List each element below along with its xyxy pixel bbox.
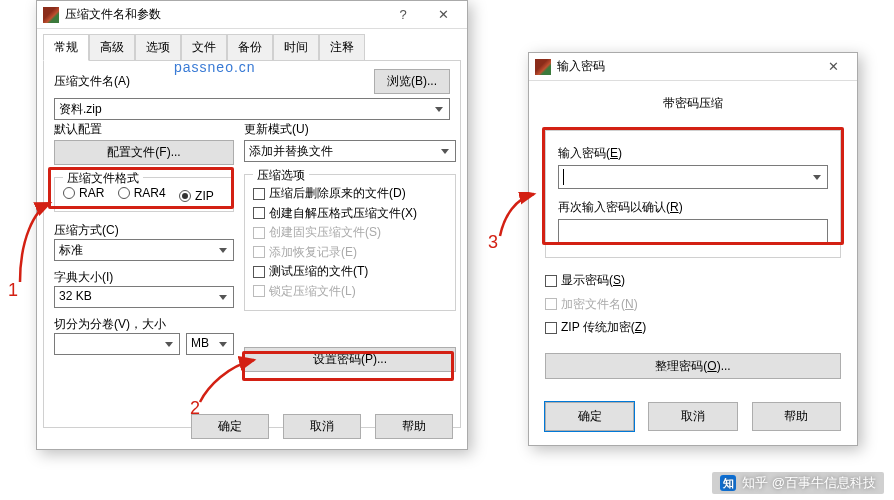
- close-icon[interactable]: ✕: [813, 54, 853, 80]
- zhihu-logo-icon: 知: [720, 475, 736, 491]
- encrypt-filenames-checkbox: 加密文件名(N): [545, 296, 638, 313]
- option-checkbox[interactable]: 创建自解压格式压缩文件(X): [253, 205, 417, 222]
- update-mode-select[interactable]: 添加并替换文件: [244, 140, 456, 162]
- tab-body: passneo.cn 压缩文件名(A) 浏览(B)... 资料.zip 默认配置…: [43, 60, 461, 428]
- method-label: 压缩方式(C): [54, 222, 234, 239]
- tab-comment[interactable]: 注释: [319, 34, 365, 61]
- default-config-label: 默认配置: [54, 121, 234, 138]
- profiles-button[interactable]: 配置文件(F)...: [54, 140, 234, 165]
- dialog-buttons: 确定 取消 帮助: [37, 404, 467, 449]
- help-button[interactable]: 帮助: [752, 402, 841, 431]
- set-password-button[interactable]: 设置密码(P)...: [244, 347, 456, 372]
- password-input[interactable]: [558, 165, 828, 189]
- dialog-buttons: 确定 取消 帮助: [545, 402, 841, 431]
- tab-strip: 常规 高级 选项 文件 备份 时间 注释: [37, 29, 467, 60]
- password-fields-group: 输入密码(E) 再次输入密码以确认(R): [545, 130, 841, 258]
- cancel-button[interactable]: 取消: [283, 414, 361, 439]
- split-unit-select[interactable]: MB: [186, 333, 234, 355]
- archive-name-input[interactable]: 资料.zip: [54, 98, 450, 120]
- split-label: 切分为分卷(V)，大小: [54, 316, 234, 333]
- password-confirm-label: 再次输入密码以确认(R): [558, 199, 828, 216]
- titlebar: 压缩文件名和参数 ? ✕: [37, 1, 467, 29]
- password-label: 输入密码(E): [558, 145, 828, 162]
- method-select[interactable]: 标准: [54, 239, 234, 261]
- tab-general[interactable]: 常规: [43, 34, 89, 61]
- tab-options[interactable]: 选项: [135, 34, 181, 61]
- split-size-input[interactable]: [54, 333, 180, 355]
- enter-password-dialog: 输入密码 ✕ 带密码压缩 输入密码(E) 再次输入密码以确认(R) 显示密码(S…: [528, 52, 858, 446]
- help-button[interactable]: 帮助: [375, 414, 453, 439]
- archive-params-dialog: 压缩文件名和参数 ? ✕ 常规 高级 选项 文件 备份 时间 注释 passne…: [36, 0, 468, 450]
- option-checkbox[interactable]: 压缩后删除原来的文件(D): [253, 185, 406, 202]
- tab-time[interactable]: 时间: [273, 34, 319, 61]
- dialog-title: 压缩文件名和参数: [65, 6, 383, 23]
- format-group-label: 压缩文件格式: [63, 170, 143, 187]
- archive-name-label: 压缩文件名(A): [54, 73, 368, 90]
- dict-select[interactable]: 32 KB: [54, 286, 234, 308]
- option-checkbox[interactable]: 测试压缩的文件(T): [253, 263, 368, 280]
- tab-backup[interactable]: 备份: [227, 34, 273, 61]
- format-rar-radio[interactable]: RAR: [63, 186, 104, 200]
- app-icon: [535, 59, 551, 75]
- annotation-3: 3: [488, 232, 498, 253]
- app-icon: [43, 7, 59, 23]
- password-confirm-input[interactable]: [558, 219, 828, 243]
- tab-files[interactable]: 文件: [181, 34, 227, 61]
- headline: 带密码压缩: [545, 95, 841, 112]
- dialog-title: 输入密码: [557, 58, 813, 75]
- zip-legacy-checkbox[interactable]: ZIP 传统加密(Z): [545, 319, 646, 336]
- option-checkbox: 添加恢复记录(E): [253, 244, 357, 261]
- organize-passwords-button[interactable]: 整理密码(O)...: [545, 353, 841, 379]
- dict-label: 字典大小(I): [54, 269, 234, 286]
- cancel-button[interactable]: 取消: [648, 402, 737, 431]
- update-mode-label: 更新模式(U): [244, 121, 456, 138]
- watermark-text: passneo.cn: [174, 59, 256, 75]
- option-checkbox: 创建固实压缩文件(S): [253, 224, 381, 241]
- close-icon[interactable]: ✕: [423, 2, 463, 28]
- ok-button[interactable]: 确定: [191, 414, 269, 439]
- options-group-label: 压缩选项: [253, 167, 309, 184]
- format-zip-radio[interactable]: ZIP: [179, 189, 214, 203]
- titlebar: 输入密码 ✕: [529, 53, 857, 81]
- show-password-checkbox[interactable]: 显示密码(S): [545, 272, 625, 289]
- option-checkbox: 锁定压缩文件(L): [253, 283, 356, 300]
- tab-advanced[interactable]: 高级: [89, 34, 135, 61]
- format-rar4-radio[interactable]: RAR4: [118, 186, 166, 200]
- annotation-2: 2: [190, 398, 200, 419]
- annotation-1: 1: [8, 280, 18, 301]
- help-icon[interactable]: ?: [383, 2, 423, 28]
- browse-button[interactable]: 浏览(B)...: [374, 69, 450, 94]
- zhihu-attribution: 知 知乎 @百事牛信息科技: [712, 472, 884, 494]
- ok-button[interactable]: 确定: [545, 402, 634, 431]
